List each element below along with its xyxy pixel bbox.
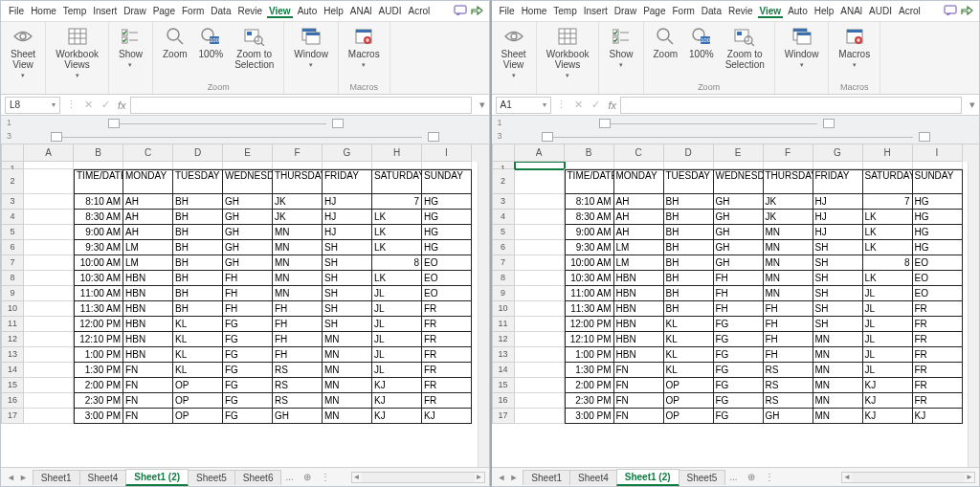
- cell[interactable]: [24, 225, 74, 240]
- cell[interactable]: AH: [614, 225, 664, 240]
- cell[interactable]: GH: [714, 255, 764, 271]
- cell[interactable]: 1:00 PM: [565, 347, 614, 363]
- menu-data[interactable]: Data: [209, 4, 233, 18]
- cell[interactable]: GH: [223, 240, 273, 255]
- cell[interactable]: [223, 162, 273, 169]
- cell[interactable]: 8:10 AM: [74, 194, 123, 210]
- row-12[interactable]: 1212:10 PMHBNKLFGFHMNJLFR: [492, 332, 980, 347]
- col-header-I[interactable]: I: [422, 144, 472, 162]
- col-header-G[interactable]: G: [323, 144, 372, 162]
- cell[interactable]: JL: [863, 301, 913, 317]
- cell[interactable]: FN: [614, 378, 664, 393]
- cell[interactable]: HG: [422, 240, 472, 255]
- cell[interactable]: 2:30 PM: [565, 393, 614, 409]
- cell[interactable]: FH: [223, 301, 273, 317]
- cell[interactable]: OP: [664, 409, 714, 424]
- cell[interactable]: FR: [422, 301, 472, 317]
- cell[interactable]: 10:00 AM: [565, 255, 614, 271]
- cell[interactable]: AH: [614, 194, 664, 210]
- header-cell[interactable]: WEDNESDAY: [223, 169, 273, 194]
- cell[interactable]: HG: [913, 210, 963, 225]
- header-cell[interactable]: THURSDAY: [273, 169, 323, 194]
- cell[interactable]: SH: [323, 317, 372, 332]
- row-14[interactable]: 141:30 PMFNKLFGRSMNJLFR: [1, 363, 489, 378]
- menu-revie[interactable]: Revie: [726, 4, 755, 18]
- cell[interactable]: MN: [273, 271, 323, 286]
- cell[interactable]: FH: [764, 332, 813, 347]
- sheet-tab[interactable]: Sheet4: [79, 470, 127, 485]
- cell[interactable]: 2:30 PM: [74, 393, 123, 409]
- cell[interactable]: FN: [123, 409, 173, 424]
- cell[interactable]: [863, 162, 913, 169]
- cell[interactable]: SH: [813, 255, 863, 271]
- cell[interactable]: AH: [123, 225, 173, 240]
- cell[interactable]: LK: [863, 210, 913, 225]
- cell[interactable]: LM: [123, 240, 173, 255]
- cell[interactable]: KJ: [863, 393, 913, 409]
- sheet-tab[interactable]: Sheet1: [523, 470, 570, 485]
- cell[interactable]: GH: [714, 240, 764, 255]
- row-8[interactable]: 810:30 AMHBNBHFHMNSHLKEO: [1, 271, 489, 286]
- row-7[interactable]: 710:00 AMLMBHGHMNSH8EO: [1, 255, 489, 271]
- header-cell[interactable]: SATURDAY: [372, 169, 422, 194]
- cell[interactable]: MN: [323, 363, 372, 378]
- cell[interactable]: GH: [714, 210, 764, 225]
- cell[interactable]: MN: [323, 378, 372, 393]
- cell[interactable]: KJ: [422, 409, 472, 424]
- add-sheet-button[interactable]: ⊕: [742, 472, 761, 482]
- menu-form[interactable]: Form: [670, 4, 696, 18]
- cell[interactable]: KJ: [372, 393, 422, 409]
- cell[interactable]: MN: [813, 363, 863, 378]
- tab-next-icon[interactable]: ►: [19, 473, 28, 482]
- cell[interactable]: JL: [863, 317, 913, 332]
- row-1[interactable]: 1: [492, 162, 980, 169]
- cell[interactable]: [24, 347, 74, 363]
- cell[interactable]: RS: [273, 363, 323, 378]
- cell[interactable]: EO: [422, 286, 472, 301]
- vertical-scrollbar[interactable]: [478, 162, 489, 467]
- cell[interactable]: SH: [813, 317, 863, 332]
- cell[interactable]: [24, 286, 74, 301]
- share-icon[interactable]: [960, 5, 973, 18]
- cell[interactable]: HJ: [813, 210, 863, 225]
- header-cell[interactable]: WEDNESDAY: [714, 169, 764, 194]
- cell[interactable]: FG: [223, 393, 273, 409]
- cell[interactable]: 8:10 AM: [565, 194, 614, 210]
- cell[interactable]: [515, 363, 565, 378]
- cell[interactable]: LK: [372, 240, 422, 255]
- row-3[interactable]: 38:10 AMAHBHGHJKHJ7HG: [492, 194, 980, 210]
- cell[interactable]: [74, 162, 123, 169]
- row-11[interactable]: 1112:00 PMHBNKLFGFHSHJLFR: [1, 317, 489, 332]
- column-headers[interactable]: ABCDEFGHI: [492, 144, 980, 162]
- formula-input[interactable]: [130, 97, 472, 114]
- cell[interactable]: 7: [863, 194, 913, 210]
- cell[interactable]: GH: [223, 210, 273, 225]
- col-header-D[interactable]: D: [173, 144, 223, 162]
- cell[interactable]: 11:00 AM: [74, 286, 123, 301]
- cell[interactable]: MN: [813, 409, 863, 424]
- cell[interactable]: BH: [173, 301, 223, 317]
- cell[interactable]: [515, 393, 565, 409]
- cell[interactable]: HBN: [123, 271, 173, 286]
- col-header-B[interactable]: B: [565, 144, 614, 162]
- cell[interactable]: HG: [913, 194, 963, 210]
- confirm-icon[interactable]: ✓: [97, 99, 114, 111]
- cell[interactable]: SH: [323, 271, 372, 286]
- row-2[interactable]: 2TIME/DATEMONDAYTUESDAYWEDNESDAYTHURSDAY…: [492, 169, 980, 194]
- cell[interactable]: FG: [223, 378, 273, 393]
- cell[interactable]: HJ: [813, 225, 863, 240]
- cell[interactable]: OP: [173, 409, 223, 424]
- cell[interactable]: [515, 301, 565, 317]
- cell[interactable]: BH: [664, 271, 714, 286]
- col-header-C[interactable]: C: [614, 144, 664, 162]
- cell[interactable]: [515, 255, 565, 271]
- cell[interactable]: RS: [273, 378, 323, 393]
- cell[interactable]: 11:00 AM: [565, 286, 614, 301]
- vertical-scrollbar[interactable]: [968, 162, 979, 467]
- column-headers[interactable]: ABCDEFGHI: [1, 144, 489, 162]
- cell[interactable]: FG: [223, 347, 273, 363]
- cell[interactable]: JL: [372, 363, 422, 378]
- cell[interactable]: KL: [664, 332, 714, 347]
- cell[interactable]: KJ: [863, 409, 913, 424]
- cell[interactable]: [565, 162, 614, 169]
